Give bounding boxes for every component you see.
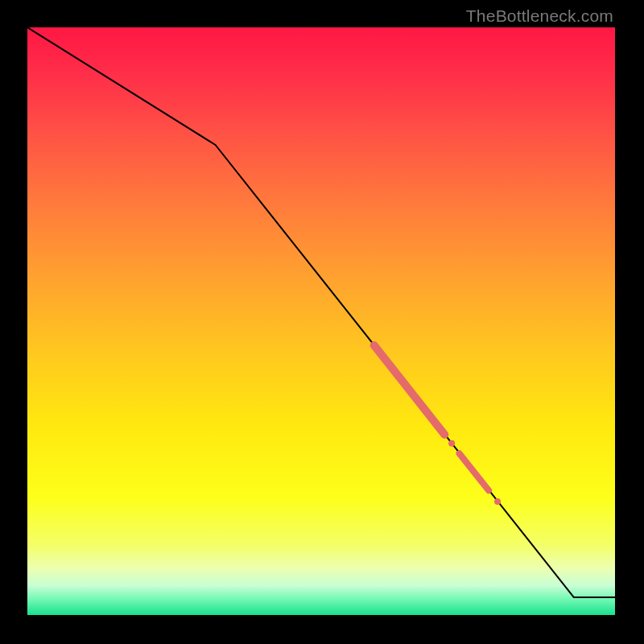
gap-dot-1 — [448, 440, 455, 447]
highlight-markers — [374, 345, 501, 505]
watermark-text: TheBottleneck.com — [466, 6, 613, 26]
mid-segment — [460, 453, 489, 490]
thick-segment — [374, 345, 445, 435]
chart-stage: TheBottleneck.com — [0, 0, 644, 644]
bottleneck-curve — [27, 27, 615, 597]
line-layer — [27, 27, 615, 615]
plot-area — [27, 27, 615, 615]
gap-dot-2 — [494, 498, 501, 505]
